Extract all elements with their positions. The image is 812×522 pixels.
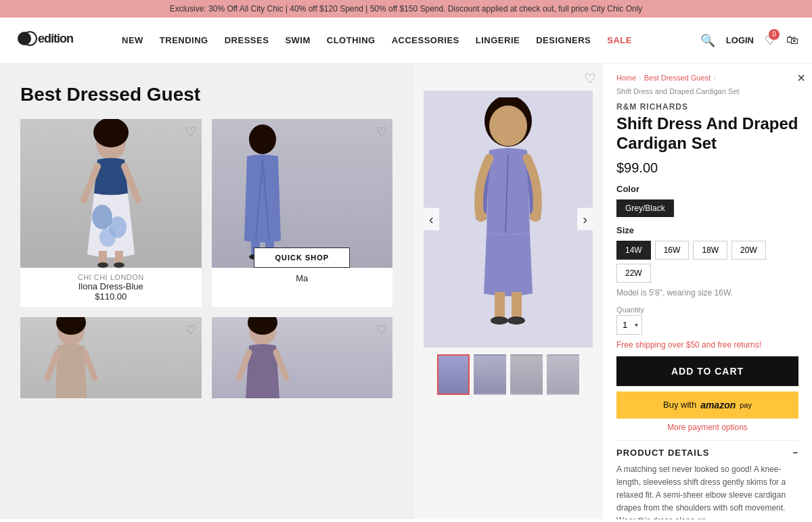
site-logo[interactable]: edition [14, 25, 102, 56]
thumbnail-1[interactable] [437, 354, 470, 395]
cart-icon[interactable]: 🛍 [786, 33, 798, 47]
product-detail-info: Home › Best Dressed Guest › Shift Dress … [603, 64, 812, 519]
amazon-pay-button[interactable]: Buy with amazon pay [616, 392, 798, 419]
quantity-label: Quantity [616, 306, 798, 314]
svg-point-38 [476, 211, 487, 222]
nav-designers[interactable]: DESIGNERS [536, 35, 591, 45]
nav-trending[interactable]: TRENDING [160, 35, 208, 45]
product-name-2: Ma [215, 273, 390, 283]
thumbnail-3[interactable] [510, 354, 543, 395]
nav-new[interactable]: NEW [122, 35, 143, 45]
product-card-3[interactable]: ♡ [20, 317, 202, 398]
thumbnail-2[interactable] [474, 354, 506, 395]
svg-point-36 [491, 316, 508, 325]
product-grid: ♡ [20, 119, 392, 398]
main-nav: NEW TRENDING DRESSES SWIM CLOTHING ACCES… [122, 35, 700, 45]
login-button[interactable]: LOGIN [726, 35, 754, 45]
color-section: Color Grey/Black [616, 184, 798, 225]
svg-point-10 [97, 262, 108, 268]
size-18w[interactable]: 18W [693, 241, 727, 260]
collapse-icon: − [792, 448, 798, 458]
svg-rect-35 [512, 292, 522, 319]
color-swatch[interactable]: Grey/Black [616, 199, 674, 217]
wishlist-btn-3[interactable]: ♡ [185, 323, 196, 337]
svg-point-4 [93, 119, 129, 147]
quantity-wrapper: 1 2 3 ▾ [616, 315, 642, 335]
quantity-select[interactable]: 1 2 3 [616, 315, 642, 335]
site-header: edition NEW TRENDING DRESSES SWIM CLOTHI… [0, 18, 812, 64]
product-detail-panel: × ♡ ‹ [413, 64, 812, 519]
product-details-label: PRODUCT DETAILS [616, 448, 710, 458]
main-content: Best Dressed Guest ♡ [0, 64, 812, 519]
nav-clothing[interactable]: CLOTHING [327, 35, 376, 45]
product-image-3: ♡ [20, 317, 202, 398]
header-actions: 🔍 LOGIN ♡0 🛍 [700, 33, 798, 48]
svg-point-14 [249, 124, 276, 154]
product-price-1: $110.00 [23, 291, 199, 302]
add-to-cart-button[interactable]: ADD TO CART [616, 356, 798, 386]
svg-line-23 [47, 352, 58, 378]
product-price-detail: $99.00 [616, 160, 798, 176]
search-icon[interactable]: 🔍 [700, 33, 715, 48]
category-panel: Best Dressed Guest ♡ [0, 64, 413, 519]
nav-sale[interactable]: SALE [607, 35, 632, 45]
image-next-btn[interactable]: › [577, 208, 593, 231]
product-details-section[interactable]: PRODUCT DETAILS − [616, 440, 798, 458]
thumbnail-row [437, 354, 579, 395]
quick-shop-btn[interactable]: QUICK SHOP [254, 247, 350, 268]
size-20w[interactable]: 20W [731, 241, 766, 260]
product-images: ♡ ‹ [413, 64, 603, 519]
amazon-pay-text: Buy with [663, 400, 696, 410]
wishlist-badge: 0 [769, 29, 780, 40]
category-title: Best Dressed Guest [20, 84, 392, 105]
nav-swim[interactable]: SWIM [285, 35, 310, 45]
svg-point-37 [508, 316, 525, 325]
size-14w[interactable]: 14W [616, 241, 651, 260]
product-brand-1: CHI CHI LONDON [23, 273, 199, 281]
main-product-image: ‹ [424, 91, 593, 348]
breadcrumb-current: Shift Dress and Draped Cardigan Set [616, 87, 798, 95]
svg-point-11 [114, 262, 125, 268]
svg-point-7 [99, 228, 116, 247]
wishlist-icon[interactable]: ♡0 [765, 33, 775, 48]
size-section: Size 14W 16W 18W 20W 22W [616, 225, 798, 283]
product-title-detail: Shift Dress And Draped Cardigan Set [616, 114, 798, 153]
breadcrumb-parent[interactable]: Best Dressed Guest [644, 74, 710, 82]
close-button[interactable]: × [797, 70, 805, 86]
svg-text:edition: edition [38, 32, 73, 45]
breadcrumb-home[interactable]: Home [616, 74, 636, 82]
size-options: 14W 16W 18W 20W 22W [616, 241, 798, 283]
nav-accessories[interactable]: ACCESSORIES [392, 35, 459, 45]
wishlist-btn-1[interactable]: ♡ [185, 124, 196, 139]
banner-text: Exclusive: 30% Off All City Chic | 40% o… [170, 4, 643, 14]
size-16w[interactable]: 16W [655, 241, 690, 260]
promo-banner: Exclusive: 30% Off All City Chic | 40% o… [0, 0, 812, 18]
nav-lingerie[interactable]: LINGERIE [476, 35, 520, 45]
svg-point-30 [489, 105, 527, 146]
thumbnail-4[interactable] [547, 354, 579, 395]
svg-line-24 [85, 352, 95, 378]
product-card-4[interactable]: ♡ [212, 317, 393, 398]
wishlist-btn-2[interactable]: ♡ [376, 124, 387, 139]
amazon-pay-label: pay [740, 401, 752, 409]
product-image-1: ♡ [20, 119, 202, 268]
svg-rect-34 [495, 292, 505, 319]
size-label: Size [616, 225, 798, 235]
amazon-logo: amazon [700, 400, 736, 410]
quantity-section: Quantity 1 2 3 ▾ [616, 306, 798, 335]
product-image-4: ♡ [212, 317, 393, 398]
size-22w[interactable]: 22W [616, 264, 651, 283]
product-info-2: Ma [212, 268, 393, 289]
product-name-1: Ilona Dress-Blue [23, 281, 199, 291]
product-card-2[interactable]: ♡ [212, 119, 393, 307]
wishlist-btn-main[interactable]: ♡ [584, 70, 596, 87]
svg-point-39 [530, 211, 541, 222]
model-note: Model is 5'8", wearing size 16W. [616, 288, 798, 298]
product-card-1[interactable]: ♡ [20, 119, 202, 307]
wishlist-btn-4[interactable]: ♡ [376, 323, 387, 337]
nav-dresses[interactable]: DRESSES [225, 35, 269, 45]
image-prev-btn[interactable]: ‹ [424, 208, 439, 231]
more-payment-options[interactable]: More payment options [616, 423, 798, 432]
product-image-2: ♡ [212, 119, 393, 268]
product-info-1: CHI CHI LONDON Ilona Dress-Blue $110.00 [20, 268, 202, 307]
